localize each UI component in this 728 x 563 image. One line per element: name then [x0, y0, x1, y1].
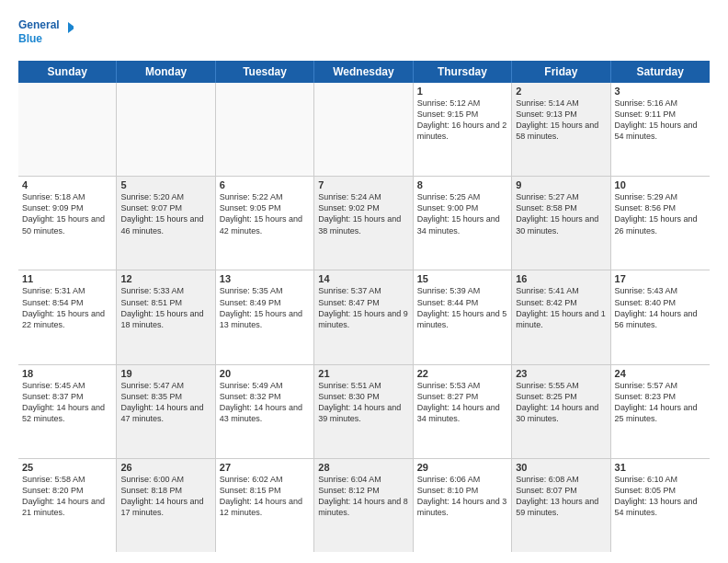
day-cell-24: 24Sunrise: 5:57 AM Sunset: 8:23 PM Dayli…: [611, 365, 710, 458]
day-number: 29: [417, 462, 507, 473]
day-cell-13: 13Sunrise: 5:35 AM Sunset: 8:49 PM Dayli…: [216, 270, 314, 363]
day-cell-20: 20Sunrise: 5:49 AM Sunset: 8:32 PM Dayli…: [216, 365, 314, 458]
week-row-0: 1Sunrise: 5:12 AM Sunset: 9:15 PM Daylig…: [18, 83, 710, 177]
day-cell-6: 6Sunrise: 5:22 AM Sunset: 9:05 PM Daylig…: [216, 177, 314, 270]
day-info: Sunrise: 5:27 AM Sunset: 8:58 PM Dayligh…: [516, 191, 606, 236]
day-info: Sunrise: 5:22 AM Sunset: 9:05 PM Dayligh…: [220, 191, 310, 236]
day-cell-11: 11Sunrise: 5:31 AM Sunset: 8:54 PM Dayli…: [18, 270, 117, 363]
header-day-sunday: Sunday: [18, 61, 117, 83]
day-info: Sunrise: 5:47 AM Sunset: 8:35 PM Dayligh…: [120, 380, 210, 425]
day-info: Sunrise: 5:51 AM Sunset: 8:30 PM Dayligh…: [318, 380, 408, 425]
empty-cell-0-1: [117, 83, 215, 176]
header-day-monday: Monday: [117, 61, 215, 83]
day-info: Sunrise: 5:41 AM Sunset: 8:42 PM Dayligh…: [516, 285, 606, 330]
logo: General Blue: [18, 15, 74, 52]
calendar-header: SundayMondayTuesdayWednesdayThursdayFrid…: [18, 61, 710, 83]
day-number: 16: [516, 273, 606, 284]
header-day-wednesday: Wednesday: [314, 61, 413, 83]
day-cell-4: 4Sunrise: 5:18 AM Sunset: 9:09 PM Daylig…: [18, 177, 117, 270]
day-number: 9: [516, 179, 606, 190]
day-info: Sunrise: 5:25 AM Sunset: 9:00 PM Dayligh…: [417, 191, 507, 236]
day-info: Sunrise: 5:53 AM Sunset: 8:27 PM Dayligh…: [417, 380, 507, 425]
day-cell-5: 5Sunrise: 5:20 AM Sunset: 9:07 PM Daylig…: [117, 177, 215, 270]
day-info: Sunrise: 5:31 AM Sunset: 8:54 PM Dayligh…: [22, 285, 112, 330]
page: General Blue SundayMondayTuesdayWednesda…: [0, 0, 728, 563]
day-cell-17: 17Sunrise: 5:43 AM Sunset: 8:40 PM Dayli…: [611, 270, 710, 363]
day-number: 2: [516, 86, 606, 97]
day-cell-21: 21Sunrise: 5:51 AM Sunset: 8:30 PM Dayli…: [314, 365, 413, 458]
empty-cell-0-0: [18, 83, 117, 176]
header-day-tuesday: Tuesday: [216, 61, 314, 83]
day-number: 8: [417, 179, 507, 190]
day-info: Sunrise: 6:08 AM Sunset: 8:07 PM Dayligh…: [516, 474, 606, 519]
header-day-friday: Friday: [512, 61, 610, 83]
day-number: 31: [615, 462, 706, 473]
day-number: 13: [220, 273, 310, 284]
day-info: Sunrise: 5:58 AM Sunset: 8:20 PM Dayligh…: [22, 474, 112, 519]
day-number: 30: [516, 462, 606, 473]
day-info: Sunrise: 6:02 AM Sunset: 8:15 PM Dayligh…: [220, 474, 310, 519]
day-number: 7: [318, 179, 408, 190]
calendar-body: 1Sunrise: 5:12 AM Sunset: 9:15 PM Daylig…: [18, 83, 710, 552]
day-number: 6: [220, 179, 310, 190]
day-info: Sunrise: 6:06 AM Sunset: 8:10 PM Dayligh…: [417, 474, 507, 519]
day-info: Sunrise: 5:12 AM Sunset: 9:15 PM Dayligh…: [417, 98, 507, 143]
day-number: 12: [120, 273, 210, 284]
day-number: 21: [318, 368, 408, 379]
day-cell-7: 7Sunrise: 5:24 AM Sunset: 9:02 PM Daylig…: [314, 177, 413, 270]
week-row-3: 18Sunrise: 5:45 AM Sunset: 8:37 PM Dayli…: [18, 365, 710, 459]
day-cell-30: 30Sunrise: 6:08 AM Sunset: 8:07 PM Dayli…: [512, 459, 610, 552]
day-info: Sunrise: 5:39 AM Sunset: 8:44 PM Dayligh…: [417, 285, 507, 330]
day-cell-29: 29Sunrise: 6:06 AM Sunset: 8:10 PM Dayli…: [414, 459, 512, 552]
day-cell-27: 27Sunrise: 6:02 AM Sunset: 8:15 PM Dayli…: [216, 459, 314, 552]
week-row-2: 11Sunrise: 5:31 AM Sunset: 8:54 PM Dayli…: [18, 270, 710, 364]
day-cell-2: 2Sunrise: 5:14 AM Sunset: 9:13 PM Daylig…: [512, 83, 610, 176]
day-info: Sunrise: 5:20 AM Sunset: 9:07 PM Dayligh…: [120, 191, 210, 236]
svg-text:Blue: Blue: [18, 32, 42, 45]
day-number: 14: [318, 273, 408, 284]
day-info: Sunrise: 5:37 AM Sunset: 8:47 PM Dayligh…: [318, 285, 408, 330]
day-info: Sunrise: 5:55 AM Sunset: 8:25 PM Dayligh…: [516, 380, 606, 425]
day-info: Sunrise: 6:00 AM Sunset: 8:18 PM Dayligh…: [120, 474, 210, 519]
day-number: 25: [22, 462, 112, 473]
day-cell-12: 12Sunrise: 5:33 AM Sunset: 8:51 PM Dayli…: [117, 270, 215, 363]
svg-marker-2: [68, 22, 74, 33]
day-number: 18: [22, 368, 112, 379]
day-info: Sunrise: 5:33 AM Sunset: 8:51 PM Dayligh…: [120, 285, 210, 330]
day-number: 24: [615, 368, 706, 379]
day-info: Sunrise: 5:43 AM Sunset: 8:40 PM Dayligh…: [615, 285, 706, 330]
day-cell-28: 28Sunrise: 6:04 AM Sunset: 8:12 PM Dayli…: [314, 459, 413, 552]
day-info: Sunrise: 6:04 AM Sunset: 8:12 PM Dayligh…: [318, 474, 408, 519]
day-number: 20: [220, 368, 310, 379]
day-cell-22: 22Sunrise: 5:53 AM Sunset: 8:27 PM Dayli…: [414, 365, 512, 458]
day-cell-1: 1Sunrise: 5:12 AM Sunset: 9:15 PM Daylig…: [414, 83, 512, 176]
day-cell-14: 14Sunrise: 5:37 AM Sunset: 8:47 PM Dayli…: [314, 270, 413, 363]
empty-cell-0-2: [216, 83, 314, 176]
calendar: SundayMondayTuesdayWednesdayThursdayFrid…: [18, 61, 710, 552]
day-info: Sunrise: 5:14 AM Sunset: 9:13 PM Dayligh…: [516, 98, 606, 143]
day-cell-10: 10Sunrise: 5:29 AM Sunset: 8:56 PM Dayli…: [611, 177, 710, 270]
day-cell-31: 31Sunrise: 6:10 AM Sunset: 8:05 PM Dayli…: [611, 459, 710, 552]
day-cell-25: 25Sunrise: 5:58 AM Sunset: 8:20 PM Dayli…: [18, 459, 117, 552]
day-cell-15: 15Sunrise: 5:39 AM Sunset: 8:44 PM Dayli…: [414, 270, 512, 363]
header: General Blue: [18, 15, 710, 52]
day-cell-23: 23Sunrise: 5:55 AM Sunset: 8:25 PM Dayli…: [512, 365, 610, 458]
day-number: 17: [615, 273, 706, 284]
day-info: Sunrise: 5:35 AM Sunset: 8:49 PM Dayligh…: [220, 285, 310, 330]
svg-text:General: General: [18, 18, 60, 31]
day-number: 11: [22, 273, 112, 284]
day-number: 15: [417, 273, 507, 284]
day-cell-26: 26Sunrise: 6:00 AM Sunset: 8:18 PM Dayli…: [117, 459, 215, 552]
day-cell-19: 19Sunrise: 5:47 AM Sunset: 8:35 PM Dayli…: [117, 365, 215, 458]
header-day-saturday: Saturday: [611, 61, 710, 83]
day-info: Sunrise: 5:45 AM Sunset: 8:37 PM Dayligh…: [22, 380, 112, 425]
day-number: 19: [120, 368, 210, 379]
day-cell-18: 18Sunrise: 5:45 AM Sunset: 8:37 PM Dayli…: [18, 365, 117, 458]
day-number: 22: [417, 368, 507, 379]
day-info: Sunrise: 5:29 AM Sunset: 8:56 PM Dayligh…: [615, 191, 706, 236]
day-number: 28: [318, 462, 408, 473]
day-number: 3: [615, 86, 706, 97]
week-row-1: 4Sunrise: 5:18 AM Sunset: 9:09 PM Daylig…: [18, 177, 710, 270]
day-number: 27: [220, 462, 310, 473]
day-info: Sunrise: 5:57 AM Sunset: 8:23 PM Dayligh…: [615, 380, 706, 425]
